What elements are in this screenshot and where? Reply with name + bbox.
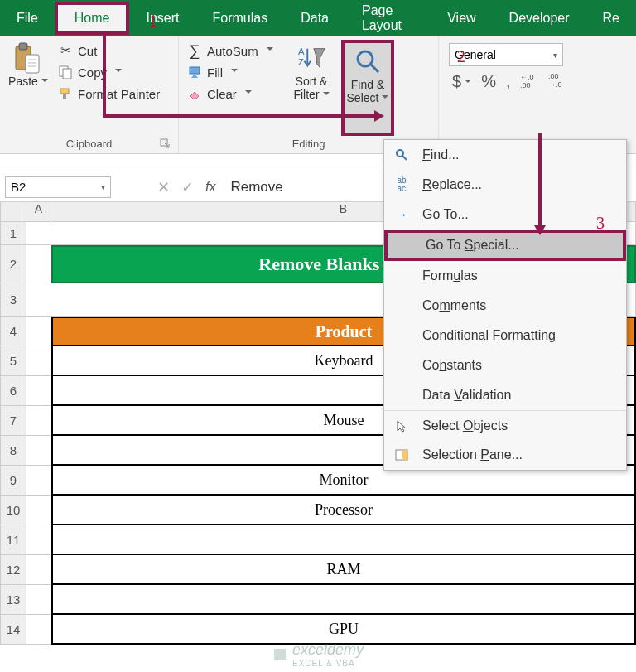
row-header[interactable]: 6 — [0, 376, 26, 406]
group-editing: ∑ AutoSum Fill Clear AZ Sort & — [179, 36, 439, 153]
row-header[interactable]: 1 — [0, 222, 26, 245]
tab-page-layout[interactable]: Page Layout — [345, 0, 431, 36]
cut-icon: ✂ — [58, 43, 73, 58]
number-format-select[interactable]: General ▾ — [449, 43, 563, 66]
tab-home[interactable]: Home — [55, 2, 130, 35]
cut-label: Cut — [78, 44, 97, 58]
decrease-decimal-button[interactable]: .00→.0 — [548, 71, 566, 92]
cell[interactable] — [26, 317, 51, 346]
format-painter-button[interactable]: Format Painter — [55, 85, 163, 103]
menu-data-validation[interactable]: Data Validation — [384, 380, 626, 410]
svg-point-14 — [358, 51, 373, 66]
find-select-icon — [353, 45, 383, 78]
clear-button[interactable]: Clear — [184, 85, 282, 103]
sort-filter-button[interactable]: AZ Sort & Filter — [285, 40, 338, 136]
accounting-format-button[interactable]: $ — [452, 72, 471, 91]
clear-label: Clear — [207, 87, 237, 101]
tab-view[interactable]: View — [431, 0, 492, 36]
cut-button[interactable]: ✂ Cut — [55, 41, 163, 60]
copy-button[interactable]: Copy — [55, 63, 163, 81]
fill-button[interactable]: Fill — [184, 63, 282, 81]
menu-comments[interactable]: Comments — [384, 291, 626, 321]
cell[interactable] — [26, 436, 51, 466]
svg-rect-2 — [26, 55, 39, 73]
cell[interactable] — [26, 496, 51, 525]
menu-replace[interactable]: abacReplace... — [384, 170, 626, 200]
clear-icon — [187, 86, 202, 101]
enter-formula-icon[interactable]: ✓ — [181, 178, 194, 196]
row-header[interactable]: 9 — [0, 466, 26, 496]
row-header[interactable]: 7 — [0, 406, 26, 436]
group-number: General ▾ $ % , ←.0.00 .00→.0 — [439, 36, 636, 153]
data-cell[interactable]: RAM — [51, 555, 636, 585]
cell[interactable] — [26, 245, 51, 283]
row-header[interactable]: 2 — [0, 245, 26, 283]
menu-conditional-formatting[interactable]: Conditional Formatting — [384, 321, 626, 351]
find-select-menu: Find... abacReplace... →Go To... Go To S… — [383, 139, 627, 471]
row-header[interactable]: 8 — [0, 436, 26, 466]
goto-icon: → — [393, 208, 411, 221]
chevron-down-icon: ▾ — [101, 182, 105, 191]
callout-3: 3 — [596, 214, 605, 233]
formula-bar-value[interactable]: Remove — [230, 179, 282, 196]
menu-goto-special[interactable]: Go To Special... — [384, 230, 626, 261]
row-header[interactable]: 4 — [0, 317, 26, 346]
tab-extra[interactable]: Re — [586, 0, 636, 36]
tab-insert[interactable]: Insert — [129, 0, 195, 36]
svg-rect-7 — [63, 69, 71, 79]
col-header-A[interactable]: A — [26, 202, 51, 222]
paste-button[interactable]: Paste — [5, 40, 51, 136]
replace-icon: abac — [393, 176, 411, 193]
row-header[interactable]: 10 — [0, 496, 26, 525]
svg-text:→.0: →.0 — [548, 80, 562, 88]
cell[interactable] — [26, 283, 51, 317]
percent-format-button[interactable]: % — [481, 72, 496, 91]
group-clipboard: Paste ✂ Cut Copy Format Painter Clipboar… — [0, 36, 179, 153]
svg-line-15 — [371, 65, 378, 72]
select-all-corner[interactable] — [0, 202, 26, 222]
clipboard-dialog-icon[interactable] — [160, 138, 170, 148]
comma-format-button[interactable]: , — [506, 72, 511, 91]
row-header[interactable]: 11 — [0, 525, 26, 555]
cancel-formula-icon[interactable]: ✕ — [157, 178, 170, 196]
menu-formulas[interactable]: Formulas — [384, 261, 626, 291]
row-header[interactable]: 14 — [0, 615, 26, 645]
tab-developer[interactable]: Developer — [493, 0, 586, 36]
row-header[interactable]: 13 — [0, 585, 26, 615]
cell[interactable] — [26, 346, 51, 376]
tab-data[interactable]: Data — [284, 0, 345, 36]
svg-text:.00: .00 — [548, 72, 559, 80]
menu-selection-pane[interactable]: Selection Pane... — [384, 440, 626, 470]
fx-icon[interactable]: fx — [205, 180, 215, 195]
cell[interactable] — [26, 585, 51, 615]
cell[interactable] — [26, 525, 51, 555]
name-box[interactable]: B2 ▾ — [5, 176, 111, 198]
search-icon — [393, 148, 411, 162]
data-cell[interactable] — [51, 525, 636, 555]
increase-decimal-button[interactable]: ←.0.00 — [520, 72, 538, 91]
menu-find[interactable]: Find... — [384, 140, 626, 170]
data-cell[interactable]: GPU — [51, 615, 636, 645]
row-header[interactable]: 3 — [0, 283, 26, 317]
menu-goto[interactable]: →Go To... — [384, 200, 626, 230]
sort-filter-label-1: Sort & — [296, 75, 328, 88]
cell[interactable] — [26, 466, 51, 496]
autosum-button[interactable]: ∑ AutoSum — [184, 41, 282, 60]
watermark-sub: EXCEL & VBA — [292, 659, 364, 668]
data-cell[interactable]: Processor — [51, 496, 636, 525]
cell[interactable] — [26, 222, 51, 245]
tab-file[interactable]: File — [0, 0, 55, 36]
cell[interactable] — [26, 406, 51, 436]
row-header[interactable]: 5 — [0, 346, 26, 376]
row-header[interactable]: 12 — [0, 555, 26, 585]
menu-select-objects[interactable]: Select Objects — [384, 410, 626, 440]
svg-rect-1 — [19, 43, 27, 50]
find-select-button[interactable]: Find & Select — [341, 40, 394, 136]
cell[interactable] — [26, 555, 51, 585]
cell[interactable] — [26, 376, 51, 406]
menu-constants[interactable]: Constants — [384, 351, 626, 380]
svg-text:.00: .00 — [520, 81, 531, 89]
data-cell[interactable] — [51, 585, 636, 615]
cell[interactable] — [26, 615, 51, 645]
tab-formulas[interactable]: Formulas — [195, 0, 284, 36]
